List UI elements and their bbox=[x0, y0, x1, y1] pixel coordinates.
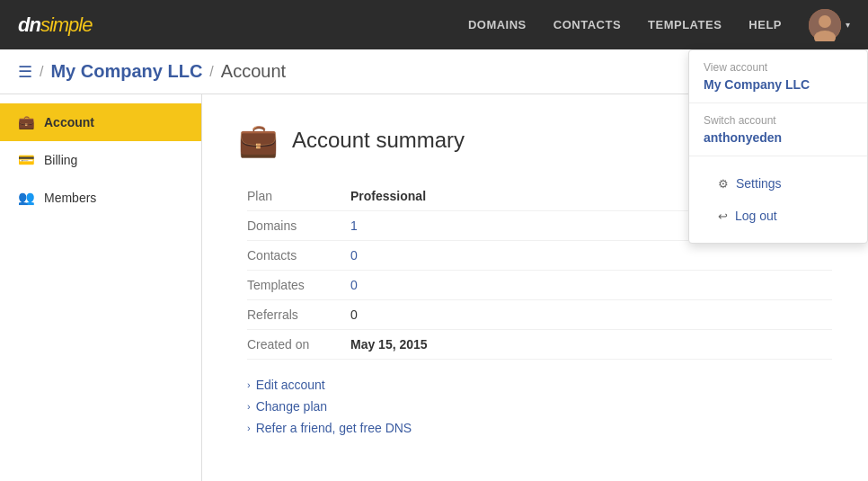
gear-icon: ⚙ bbox=[718, 177, 729, 191]
change-plan-label: Change plan bbox=[256, 399, 327, 414]
user-menu[interactable]: ▾ bbox=[809, 9, 850, 41]
view-account-section: View account My Company LLC bbox=[689, 50, 867, 103]
nav-templates[interactable]: TEMPLATES bbox=[648, 18, 722, 31]
domains-value[interactable]: 1 bbox=[350, 218, 358, 233]
logout-icon: ↩ bbox=[718, 209, 728, 223]
view-account-label: View account bbox=[704, 61, 853, 74]
sidebar: 💼 Account 💳 Billing 👥 Members bbox=[0, 94, 202, 481]
sidebar-item-account[interactable]: 💼 Account bbox=[0, 103, 201, 141]
refer-friend-link[interactable]: › Refer a friend, get free DNS bbox=[247, 421, 832, 435]
created-on-label: Created on bbox=[247, 337, 332, 352]
change-plan-link[interactable]: › Change plan bbox=[247, 399, 832, 414]
edit-account-label: Edit account bbox=[256, 378, 325, 392]
members-icon: 👥 bbox=[18, 190, 35, 206]
logo[interactable]: dnsimple bbox=[18, 13, 92, 37]
domains-label: Domains bbox=[247, 218, 332, 233]
account-summary-icon: 💼 bbox=[238, 121, 279, 159]
sidebar-item-billing[interactable]: 💳 Billing bbox=[0, 141, 201, 179]
menu-icon[interactable]: ☰ bbox=[18, 62, 32, 82]
logo-simple: simple bbox=[40, 13, 93, 37]
breadcrumb-company-link[interactable]: My Company LLC bbox=[50, 61, 202, 82]
settings-label: Settings bbox=[736, 176, 782, 191]
plan-label: Plan bbox=[247, 189, 332, 203]
logout-link[interactable]: ↩ Log out bbox=[704, 200, 853, 232]
chevron-right-icon-2: › bbox=[247, 401, 251, 412]
referrals-value: 0 bbox=[350, 307, 358, 322]
templates-value[interactable]: 0 bbox=[350, 278, 358, 292]
credit-card-icon: 💳 bbox=[18, 152, 35, 168]
page-title: Account summary bbox=[292, 128, 465, 153]
breadcrumb-sep-1: / bbox=[40, 64, 43, 80]
switch-account-section: Switch account anthonyeden bbox=[689, 103, 867, 156]
summary-row-contacts: Contacts 0 bbox=[247, 241, 832, 271]
dropdown-links-section: ⚙ Settings ↩ Log out bbox=[689, 156, 867, 243]
sidebar-item-billing-label: Billing bbox=[44, 153, 77, 167]
header: dnsimple DOMAINS CONTACTS TEMPLATES HELP… bbox=[0, 0, 868, 49]
contacts-value[interactable]: 0 bbox=[350, 248, 358, 263]
logo-dn: dn bbox=[18, 13, 40, 37]
sidebar-item-members[interactable]: 👥 Members bbox=[0, 179, 201, 217]
breadcrumb-current: Account bbox=[221, 61, 286, 82]
svg-point-1 bbox=[819, 15, 831, 28]
templates-label: Templates bbox=[247, 278, 332, 292]
nav-help[interactable]: HELP bbox=[748, 18, 782, 31]
sidebar-item-members-label: Members bbox=[44, 191, 96, 205]
referrals-label: Referrals bbox=[247, 307, 332, 322]
avatar bbox=[809, 9, 841, 41]
plan-value: Professional bbox=[350, 189, 426, 203]
contacts-label: Contacts bbox=[247, 248, 332, 263]
edit-account-link[interactable]: › Edit account bbox=[247, 378, 832, 392]
switch-account-label: Switch account bbox=[704, 114, 853, 127]
refer-friend-label: Refer a friend, get free DNS bbox=[256, 421, 412, 435]
main-nav: DOMAINS CONTACTS TEMPLATES HELP bbox=[468, 18, 782, 31]
nav-domains[interactable]: DOMAINS bbox=[468, 18, 527, 31]
view-account-value[interactable]: My Company LLC bbox=[704, 77, 853, 92]
chevron-right-icon-3: › bbox=[247, 423, 251, 433]
settings-link[interactable]: ⚙ Settings bbox=[704, 167, 853, 200]
summary-row-templates: Templates 0 bbox=[247, 271, 832, 300]
summary-row-referrals: Referrals 0 bbox=[247, 300, 832, 330]
logout-label: Log out bbox=[735, 209, 777, 223]
briefcase-icon: 💼 bbox=[18, 114, 35, 130]
chevron-right-icon-1: › bbox=[247, 379, 251, 390]
account-actions: › Edit account › Change plan › Refer a f… bbox=[247, 378, 832, 435]
created-on-value: May 15, 2015 bbox=[350, 337, 428, 352]
summary-row-created-on: Created on May 15, 2015 bbox=[247, 330, 832, 360]
breadcrumb-sep-2: / bbox=[209, 64, 213, 80]
switch-account-value[interactable]: anthonyeden bbox=[704, 130, 853, 145]
nav-contacts[interactable]: CONTACTS bbox=[554, 18, 621, 31]
dropdown-arrow-icon: ▾ bbox=[846, 20, 850, 30]
user-dropdown: View account My Company LLC Switch accou… bbox=[688, 49, 868, 244]
sidebar-item-account-label: Account bbox=[44, 115, 94, 129]
